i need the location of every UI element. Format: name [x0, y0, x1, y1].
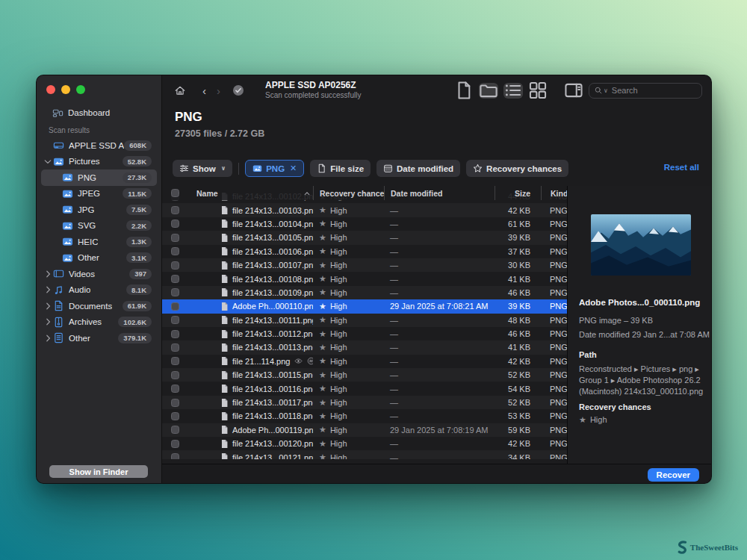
watermark-text: TheSweetBits [690, 543, 738, 552]
column-name[interactable]: Name [187, 186, 313, 200]
file-size: 42 KB [495, 437, 541, 450]
chevron-icon[interactable] [43, 286, 53, 293]
sidebar-item[interactable]: Audio 8.1K [41, 282, 157, 299]
close-icon[interactable]: ✕ [290, 164, 297, 173]
chevron-icon[interactable] [43, 335, 53, 342]
recovery-chance: High [330, 385, 347, 393]
sidebar-item[interactable]: Pictures 52.8K [41, 154, 157, 170]
row-checkbox[interactable] [171, 453, 179, 459]
filter-chip[interactable]: PNG ✕ [245, 160, 304, 177]
file-type-icon [53, 332, 64, 343]
table-row[interactable]: file 214x13...00107.png ★ High — 30 KB P… [162, 258, 567, 272]
sidebar-item[interactable]: Documents 61.9K [41, 298, 157, 314]
list-view-icon[interactable] [503, 83, 523, 99]
table-row[interactable]: file 21...114.png ★ High — 42 KB PNG [162, 355, 567, 368]
header-checkbox[interactable] [171, 189, 179, 197]
folder-icon[interactable] [479, 83, 498, 99]
sidebar-item[interactable]: Other 3.1K [41, 250, 157, 267]
table-row[interactable]: file 214x13...00117.png ★ High — 52 KB P… [162, 396, 567, 409]
row-checkbox[interactable] [171, 247, 179, 255]
sidebar-item[interactable]: SVG 2.2K [41, 218, 157, 234]
page-subtitle: 27305 files / 2.72 GB [175, 128, 264, 139]
sidebar-item[interactable]: Archives 102.6K [41, 314, 157, 331]
recovery-chance: High [330, 302, 347, 311]
file-size: 30 KB [495, 258, 541, 272]
table-row[interactable]: file 214x13...00104.png ★ High — 61 KB P… [162, 217, 567, 231]
table-row[interactable]: file 214x13...00111.png ★ High — 48 KB P… [162, 314, 567, 327]
row-checkbox[interactable] [171, 399, 179, 407]
table-row[interactable]: file 214x13...00118.png ★ High — 53 KB P… [162, 409, 567, 423]
row-checkbox[interactable] [171, 206, 179, 214]
show-in-finder-button[interactable]: Show in Finder [49, 465, 148, 478]
row-checkbox[interactable] [171, 357, 179, 365]
sidebar-item[interactable]: JPG 7.5K [41, 202, 157, 218]
sidebar-item[interactable]: JPEG 11.5K [41, 186, 157, 202]
recovery-chance: High [330, 247, 347, 256]
row-checkbox[interactable] [171, 275, 179, 283]
row-checkbox[interactable] [171, 316, 179, 324]
row-checkbox[interactable] [171, 288, 179, 296]
column-recovery-chances[interactable]: Recovery chances [313, 186, 384, 200]
row-checkbox[interactable] [171, 385, 179, 393]
zoom-button[interactable] [76, 85, 85, 94]
sidebar-item[interactable]: Other 379.1K [41, 330, 157, 346]
row-checkbox[interactable] [171, 426, 179, 434]
file-icon [220, 411, 229, 421]
table-row[interactable]: Adobe Ph...000110.png ★ High 29 Jan 2025… [162, 299, 567, 313]
home-icon[interactable] [173, 83, 187, 98]
sidebar-item[interactable]: Videos 397 [41, 266, 157, 282]
table-row[interactable]: file 214x13...00106.png ★ High — 37 KB P… [162, 245, 567, 258]
recovery-chance: High [330, 398, 347, 407]
table-row[interactable]: file 214x13...00103.png ★ High — 42 KB P… [162, 203, 567, 217]
table-row[interactable]: Adobe Ph...000119.png ★ High 29 Jan 2025… [162, 423, 567, 437]
file-kind: PNG [541, 382, 567, 395]
table-row[interactable]: file 214x13...00108.png ★ High — 41 KB P… [162, 272, 567, 285]
row-checkbox[interactable] [171, 371, 179, 379]
table-row[interactable]: file 214x13...00112.png ★ High — 46 KB P… [162, 327, 567, 340]
minimize-button[interactable] [61, 85, 70, 94]
sidebar-item-dashboard[interactable]: Dashboard [41, 105, 157, 120]
page-icon[interactable] [454, 83, 474, 99]
row-checkbox[interactable] [171, 412, 179, 420]
table-row[interactable]: file 214x13...00115.png ★ High — 52 KB P… [162, 368, 567, 382]
chevron-icon[interactable] [43, 159, 53, 164]
row-checkbox[interactable] [171, 343, 179, 352]
search-field[interactable]: ∨ [589, 83, 702, 99]
column-size[interactable]: Size [495, 186, 541, 200]
chevron-icon[interactable] [43, 302, 53, 310]
column-date-modified[interactable]: Date modified [384, 186, 495, 200]
sidebar-item[interactable]: APPLE SSD AP... 608K [41, 137, 157, 154]
row-checkbox[interactable] [171, 220, 179, 228]
recover-button[interactable]: Recover [648, 468, 699, 482]
close-button[interactable] [46, 85, 55, 94]
file-type-icon [53, 268, 64, 279]
column-kind[interactable]: Kind [541, 186, 567, 200]
search-input[interactable] [610, 85, 697, 96]
table-row[interactable]: file 214x13...00113.png ★ High — 41 KB P… [162, 340, 567, 354]
row-checkbox[interactable] [171, 234, 179, 242]
table-row[interactable]: file 214x13...00105.png ★ High — 39 KB P… [162, 231, 567, 244]
table-row[interactable]: file 214x13...00120.png ★ High — 42 KB P… [162, 437, 567, 450]
grid-view-icon[interactable] [528, 83, 548, 99]
file-name: file 214x13...00117.png [232, 398, 313, 407]
chevron-icon[interactable] [43, 270, 53, 278]
forward-icon[interactable]: › [217, 84, 220, 97]
table-row[interactable]: file 214x13...00116.png ★ High — 54 KB P… [162, 382, 567, 395]
row-checkbox[interactable] [171, 330, 179, 338]
sidebar-item[interactable]: PNG 27.3K [41, 169, 157, 186]
row-checkbox[interactable] [171, 440, 179, 448]
filter-chip[interactable]: Recovery chances [466, 160, 568, 177]
sidebar-item-count: 11.5K [123, 188, 152, 199]
table-row[interactable]: file 214x13...00109.png ★ High — 46 KB P… [162, 286, 567, 299]
filter-chip[interactable]: Date modified [376, 160, 460, 177]
filter-chip[interactable]: File size [310, 160, 371, 177]
chevron-icon[interactable] [43, 318, 53, 326]
sidebar-toggle-icon[interactable] [564, 83, 583, 99]
sidebar-item[interactable]: HEIC 1.3K [41, 234, 157, 250]
table-row[interactable]: file 214x13...00121.png ★ High — 34 KB P… [162, 450, 567, 459]
row-checkbox[interactable] [171, 302, 179, 311]
show-filter-button[interactable]: Show ∨ [173, 160, 232, 177]
reset-all-link[interactable]: Reset all [664, 163, 699, 172]
row-checkbox[interactable] [171, 261, 179, 270]
back-icon[interactable]: ‹ [202, 84, 206, 97]
